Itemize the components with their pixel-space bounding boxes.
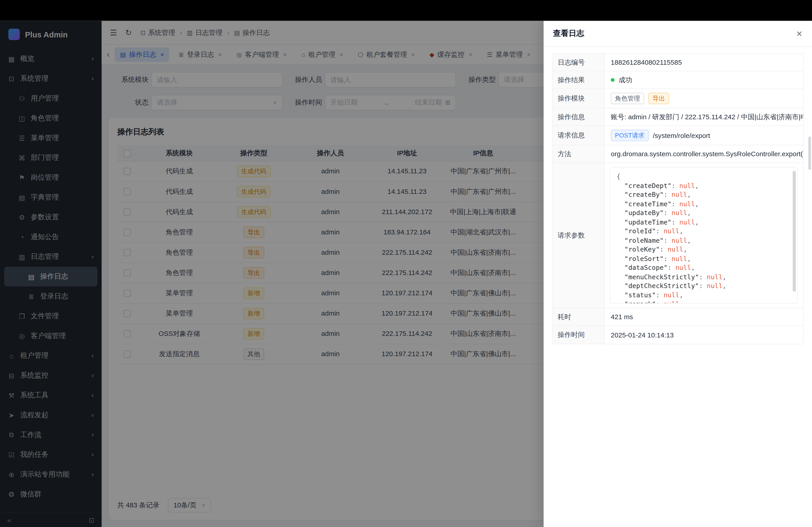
field-label: 操作时间 bbox=[552, 326, 605, 344]
json-key: "roleSort" bbox=[617, 255, 664, 262]
json-comma: , bbox=[687, 255, 691, 262]
json-colon: : bbox=[656, 291, 664, 299]
json-key: "createDept" bbox=[617, 181, 671, 189]
field-text: 421 ms bbox=[611, 313, 633, 321]
json-colon: : bbox=[671, 181, 679, 189]
json-key: "deptCheckStrictly" bbox=[617, 282, 699, 290]
json-comma: , bbox=[687, 191, 691, 199]
field-label: 操作结果 bbox=[552, 72, 605, 89]
json-key: "createTime" bbox=[617, 200, 671, 208]
json-key: "updateBy" bbox=[617, 209, 664, 217]
json-value: null bbox=[707, 282, 723, 290]
field-label: 耗时 bbox=[552, 308, 605, 326]
json-line: "roleKey": null, bbox=[617, 245, 791, 254]
json-value: null bbox=[675, 264, 691, 271]
json-line: "status": null, bbox=[617, 290, 791, 299]
json-comma: , bbox=[679, 227, 683, 235]
json-line: { bbox=[617, 172, 791, 181]
module-tag: 角色管理 bbox=[611, 93, 644, 104]
field-value: POST请求/system/role/export bbox=[605, 126, 803, 145]
drawer-field: 操作模块角色管理导出 bbox=[552, 89, 803, 108]
json-colon: : bbox=[668, 264, 676, 271]
field-label: 请求信息 bbox=[552, 126, 605, 145]
json-colon: : bbox=[664, 191, 671, 199]
json-lines: { "createDept": null, "createBy": null, … bbox=[617, 172, 791, 304]
drawer-body: 日志编号1882612840802115585操作结果成功操作模块角色管理导出操… bbox=[543, 47, 812, 527]
json-brace: { bbox=[617, 172, 621, 180]
field-value: org.dromara.system.controller.system.Sys… bbox=[605, 146, 803, 163]
request-method-tag: POST请求 bbox=[611, 130, 649, 141]
json-key: "menuCheckStrictly" bbox=[617, 273, 699, 281]
status-text: 成功 bbox=[619, 75, 632, 85]
field-label: 操作模块 bbox=[552, 89, 605, 108]
json-comma: , bbox=[687, 236, 691, 244]
json-colon: : bbox=[656, 227, 664, 235]
code-scrollbar[interactable] bbox=[793, 171, 796, 292]
json-value: null bbox=[671, 236, 687, 244]
json-value: null bbox=[671, 209, 687, 217]
json-comma: , bbox=[723, 282, 726, 290]
request-url: /system/role/export bbox=[653, 132, 710, 139]
json-key: "dataScope" bbox=[617, 264, 668, 271]
view-log-drawer: 查看日志 ✕ 日志编号1882612840802115585操作结果成功操作模块… bbox=[543, 21, 812, 527]
drawer-title: 查看日志 bbox=[553, 29, 584, 39]
drawer-header: 查看日志 ✕ bbox=[543, 21, 812, 47]
json-line: "createBy": null, bbox=[617, 190, 791, 199]
json-value: null bbox=[668, 245, 683, 253]
field-value: 账号: admin / 研发部门 / 222.175.114.242 / 中国|… bbox=[605, 108, 803, 125]
json-line: "createDept": null, bbox=[617, 181, 791, 190]
field-value: 2025-01-24 10:14:13 bbox=[605, 326, 803, 344]
drawer-field: 操作结果成功 bbox=[552, 72, 803, 89]
json-key: "createBy" bbox=[617, 191, 664, 199]
json-comma: , bbox=[679, 291, 683, 299]
drawer-field: 请求信息POST请求/system/role/export bbox=[552, 126, 803, 145]
json-comma: , bbox=[679, 300, 683, 304]
json-value: null bbox=[671, 255, 687, 262]
json-colon: : bbox=[699, 273, 707, 281]
field-text: 账号: admin / 研发部门 / 222.175.114.242 / 中国|… bbox=[611, 112, 803, 122]
json-value: null bbox=[679, 200, 695, 208]
json-key: "remark" bbox=[617, 300, 656, 304]
json-comma: , bbox=[691, 264, 695, 271]
json-value: null bbox=[679, 181, 695, 189]
page: Plus Admin ▦概览∨⊡系统管理∧⚇用户管理◫角色管理☰菜单管理⌘部门管… bbox=[0, 0, 812, 527]
drawer-field: 操作信息账号: admin / 研发部门 / 222.175.114.242 /… bbox=[552, 108, 803, 126]
close-icon[interactable]: ✕ bbox=[796, 29, 802, 38]
json-key: "roleName" bbox=[617, 236, 664, 244]
drawer-field: 日志编号1882612840802115585 bbox=[552, 54, 803, 72]
module-tag: 导出 bbox=[648, 93, 669, 104]
json-comma: , bbox=[695, 181, 699, 189]
json-colon: : bbox=[664, 255, 671, 262]
json-comma: , bbox=[695, 218, 699, 226]
json-key: "roleKey" bbox=[617, 245, 660, 253]
json-colon: : bbox=[664, 236, 671, 244]
json-value: null bbox=[679, 218, 695, 226]
drawer-field: 操作时间2025-01-24 10:14:13 bbox=[552, 326, 803, 344]
drawer-scrollbar[interactable] bbox=[808, 136, 811, 170]
json-comma: , bbox=[683, 245, 687, 253]
field-text: 2025-01-24 10:14:13 bbox=[611, 331, 674, 339]
json-comma: , bbox=[723, 273, 726, 281]
field-value: 421 ms bbox=[605, 308, 803, 326]
json-value: null bbox=[664, 227, 679, 235]
field-value: { "createDept": null, "createBy": null, … bbox=[605, 163, 803, 308]
json-line: "dataScope": null, bbox=[617, 263, 791, 272]
status-dot-icon bbox=[611, 78, 614, 82]
request-params-code: { "createDept": null, "createBy": null, … bbox=[610, 167, 798, 304]
field-text: 1882612840802115585 bbox=[611, 58, 682, 66]
json-colon: : bbox=[671, 218, 679, 226]
json-colon: : bbox=[671, 200, 679, 208]
json-colon: : bbox=[656, 300, 664, 304]
json-value: null bbox=[664, 291, 679, 299]
letterbox-top bbox=[0, 0, 812, 21]
drawer-field-list: 日志编号1882612840802115585操作结果成功操作模块角色管理导出操… bbox=[552, 53, 804, 344]
json-line: "roleId": null, bbox=[617, 227, 791, 236]
json-line: "updateTime": null, bbox=[617, 217, 791, 227]
json-key: "roleId" bbox=[617, 227, 656, 235]
json-line: "menuCheckStrictly": null, bbox=[617, 272, 791, 281]
field-label: 请求参数 bbox=[552, 163, 605, 308]
json-colon: : bbox=[699, 282, 707, 290]
field-label: 操作信息 bbox=[552, 108, 605, 125]
field-text: org.dromara.system.controller.system.Sys… bbox=[611, 150, 803, 158]
json-line: "remark": null, bbox=[617, 300, 791, 304]
